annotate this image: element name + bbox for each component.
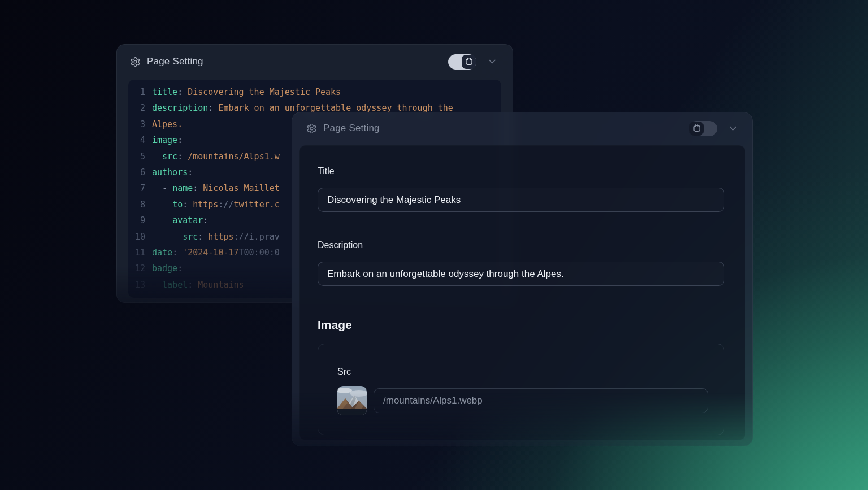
source-code-icon	[462, 55, 476, 69]
image-section-heading: Image	[318, 318, 352, 332]
line-number: 8	[128, 197, 145, 213]
line-number: 9	[128, 213, 145, 228]
description-input[interactable]	[318, 262, 724, 286]
line-number: 3	[128, 116, 145, 132]
code-view-toggle[interactable]	[689, 121, 717, 136]
page-setting-panel-form: Page Setting Title Description	[292, 112, 753, 446]
gear-icon	[306, 123, 317, 134]
line-number: 12	[128, 261, 145, 276]
line-number: 7	[128, 180, 145, 196]
line-number: 1	[128, 84, 145, 100]
line-number: 13	[128, 277, 145, 293]
src-field-label: Src	[337, 367, 351, 377]
panel-header: Page Setting	[117, 45, 513, 79]
desktop-background: Page Setting 1title: Discovering the Maj…	[0, 0, 868, 490]
panel-title: Page Setting	[323, 123, 380, 134]
title-field-label: Title	[318, 166, 335, 176]
panel-title: Page Setting	[147, 56, 203, 67]
image-thumbnail[interactable]	[337, 386, 367, 415]
image-src-input[interactable]	[374, 388, 708, 413]
line-number: 2	[128, 100, 145, 116]
image-group: Src	[318, 344, 724, 435]
source-code-icon	[689, 122, 704, 136]
panel-header: Page Setting	[292, 112, 752, 144]
gear-icon	[130, 57, 141, 67]
line-number: 5	[128, 149, 145, 164]
line-number: 4	[128, 132, 145, 148]
chevron-down-icon[interactable]	[727, 123, 739, 134]
line-number: 11	[128, 245, 145, 261]
form-card: Title Description Image Src	[299, 145, 745, 440]
code-line: 1title: Discovering the Majestic Peaks	[128, 84, 501, 100]
code-view-toggle[interactable]	[448, 54, 476, 70]
title-input[interactable]	[318, 188, 724, 212]
line-number: 10	[128, 229, 145, 245]
description-field-label: Description	[318, 240, 363, 250]
chevron-down-icon[interactable]	[487, 56, 498, 67]
line-number: 6	[128, 164, 145, 180]
